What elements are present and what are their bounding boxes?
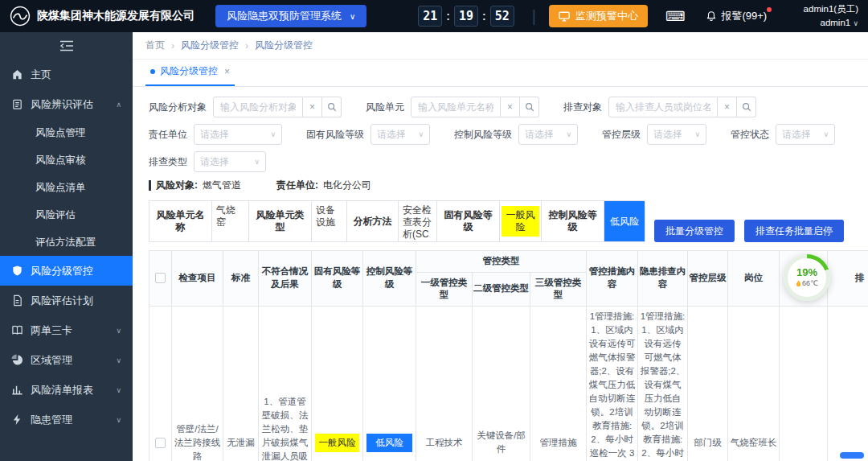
sidebar-subitem-risk-assessment[interactable]: 风险评估 [0,201,133,228]
sidebar-subitem-assessment-method-config[interactable]: 评估方法配置 [0,228,133,256]
sidebar-item-risk-identification[interactable]: 风险辨识评估 ∧ [0,89,133,119]
check-type-select[interactable]: 请选择 ∨ [194,151,266,172]
inherent-level-select[interactable]: 请选择 ∨ [371,124,430,145]
sidebar-item-risk-assessment-plan[interactable]: 风险评估计划 [0,286,133,315]
sidebar-subitem-risk-point-review[interactable]: 风险点审核 [0,146,133,174]
control-layer-select[interactable]: 请选择 ∨ [647,124,706,145]
summary-and-actions: 风险单元名称 气烧窑 风险单元类型 设备设施 分析方法 安全检查表分析(SCL)… [149,200,868,242]
sidebar-item-two-lists-three-cards[interactable]: 两单三卡 ∨ [0,315,133,345]
sidebar-item-hazard-mgmt[interactable]: 隐患管理 ∨ [0,405,133,434]
company-name: 陕煤集团神木能源发展有限公司 [37,9,194,23]
user-name-role: admin1(员工) [804,2,858,16]
summary-inherent-label: 固有风险等级 [437,201,500,241]
page-body: 风险分析对象 × 风险单元 × 排查对象 [133,87,868,461]
summary-method-label: 分析方法 [347,201,399,241]
system-switcher-button[interactable]: 风险隐患双预防管理系统 ∨ [215,5,366,27]
breadcrumb-home[interactable]: 首页 [145,39,165,52]
sidebar-item-label: 两单三卡 [31,323,72,338]
sidebar-subitem-risk-point-mgmt[interactable]: 风险点管理 [0,119,133,146]
filter-label: 管控层级 [602,128,641,142]
flame-icon [796,280,801,287]
sidebar-subitem-risk-point-list[interactable]: 风险点清单 [0,174,133,201]
environment-gauge-widget[interactable]: 19% 66℃ [784,254,830,301]
check-object-input[interactable] [608,97,718,117]
chevron-down-icon: ∨ [694,130,700,138]
alarm-indicator[interactable]: 报警(99+) [706,9,772,23]
row-checkbox[interactable] [155,438,166,448]
system-switcher-label: 风险隐患双预防管理系统 [227,9,342,23]
select-placeholder: 请选择 [200,128,229,142]
risk-control-table: 检查项目 标准 不符合情况及后果 固有风险等级 控制风险等级 管控类型 管控措施… [149,250,868,461]
header-select-all-cell [149,251,172,307]
risk-unit-input[interactable] [411,97,501,117]
filter-analysis-object: 风险分析对象 × [149,97,342,117]
row-post: 气烧窑班长 [728,306,780,461]
filter-risk-unit: 风险单元 × [366,97,539,117]
sidebar-collapse-button[interactable] [0,32,133,60]
gauge-temp-value: 66℃ [802,279,818,288]
sidebar-item-risk-grading-control[interactable]: 风险分级管控 [0,256,133,286]
summary-unit-name-value: 气烧窑 [212,201,249,241]
sidebar-item-region-mgmt[interactable]: 区域管理 ∨ [0,345,133,375]
select-placeholder: 请选择 [782,128,811,142]
breadcrumb-separator-icon: › [171,40,174,51]
header-standard: 标准 [223,251,259,307]
row-control-type-2: 关键设备/部件 [473,306,530,461]
control-status-select[interactable]: 请选择 ∨ [776,124,835,145]
sidebar-item-risk-report[interactable]: 风险清单报表 ∨ [0,375,133,405]
sidebar-item-label: 风险分级管控 [31,264,93,278]
user-menu[interactable]: admin1(员工) admin1 ∨ [804,2,858,31]
row-control-risk: 低风险 [363,306,416,461]
info-bar-decoration [149,180,151,191]
header-control-type-3: 三级管控类型 [530,272,587,306]
chevron-down-icon: ∨ [116,356,121,364]
clear-icon[interactable]: × [501,97,520,117]
header-clipped-2: 排 [828,251,868,307]
row-measures: 1管理措施:1、区域内设有远传可燃气体报警器;2、设有煤气压力低自动切断连锁。2… [587,306,638,461]
horizontal-scrollbar-thumb[interactable] [840,452,864,459]
breadcrumb-item-current[interactable]: 风险分级管控 [255,39,313,52]
sidebar-nav: 主页 风险辨识评估 ∧ 风险点管理 风险点审核 风险点清单 风险评估 评估方法配… [0,32,133,461]
row-hazard-check: 1管理措施:1、区域内设有远传可燃气体报警器;2、设有煤气压力低自动切断连锁。2… [638,306,688,461]
table-actions: 批量分级管控 排查任务批量启停 [654,220,844,242]
tab-close-icon[interactable]: × [224,66,230,77]
chevron-down-icon: ∨ [418,130,424,138]
monitor-center-label: 监测预警中心 [575,9,638,23]
search-icon[interactable] [737,97,756,117]
filter-check-object: 排查对象 × [563,97,756,117]
search-icon[interactable] [322,97,342,117]
header-control-type-1: 一级管控类型 [416,272,473,306]
inherent-risk-badge: 一般风险 [315,434,359,452]
monitor-center-button[interactable]: 监测预警中心 [549,5,648,27]
chevron-down-icon: ∨ [270,130,276,138]
search-icon[interactable] [520,97,539,117]
chevron-down-icon: ∨ [350,12,355,21]
sidebar-item-label: 区域管理 [31,353,72,368]
sidebar-item-home[interactable]: 主页 [0,60,133,89]
row-check-item: 管壁/法兰/法兰跨接线路 [172,306,223,461]
control-level-select[interactable]: 请选择 ∨ [518,124,578,145]
row-standard: 无泄漏 [223,306,259,461]
select-placeholder: 请选择 [653,128,682,142]
keyboard-icon[interactable]: ⌨ [665,10,686,23]
filter-label: 固有风险等级 [306,128,364,142]
header-consequence: 不符合情况及后果 [259,251,312,307]
batch-task-toggle-button[interactable]: 排查任务批量启停 [744,220,844,242]
gauge-percent-value: 19% [796,267,817,278]
filter-control-level: 控制风险等级 请选择 ∨ [454,124,578,145]
filter-inherent-level: 固有风险等级 请选择 ∨ [306,124,430,145]
filter-label: 控制风险等级 [454,128,512,142]
header-control-type-2: 二级管控类型 [473,272,530,306]
summary-method-value: 安全检查表分析(SCL) [399,201,437,241]
resp-unit-select[interactable]: 请选择 ∨ [194,124,282,145]
batch-grading-control-button[interactable]: 批量分级管控 [654,220,735,242]
tab-risk-grading-control[interactable]: 风险分级管控 × [145,64,235,86]
row-select-cell [149,306,172,461]
analysis-object-input[interactable] [213,97,303,117]
clear-icon[interactable]: × [718,97,737,117]
select-all-checkbox[interactable] [155,273,166,283]
user-chevron-down-icon: ∨ [853,19,858,27]
clear-icon[interactable]: × [303,97,322,117]
breadcrumb-item[interactable]: 风险分级管控 [181,39,239,52]
row-consequence: 1、管道管壁破损、法兰松动、垫片破损煤气泄漏人员吸入、泄漏煤气遇火源着 [259,306,312,461]
